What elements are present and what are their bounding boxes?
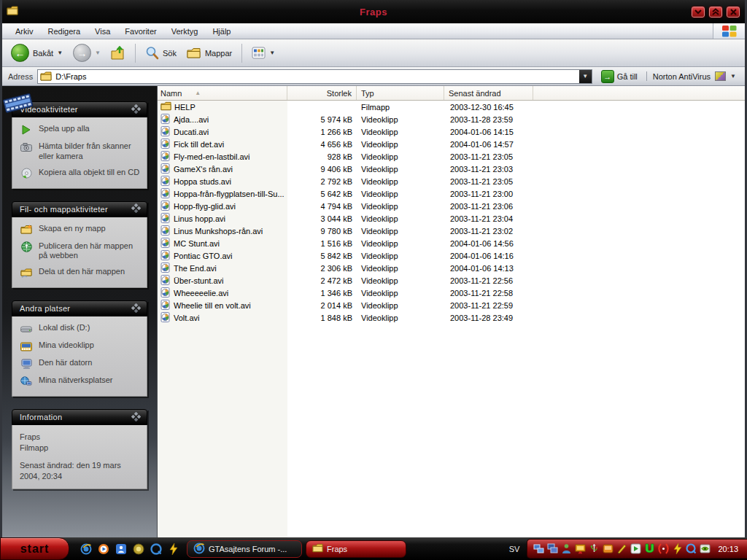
- search-button[interactable]: Sök: [141, 44, 181, 62]
- panel-header[interactable]: Information: [12, 409, 147, 425]
- quicklaunch-winamp-icon[interactable]: [167, 542, 179, 555]
- back-dropdown-icon[interactable]: ▼: [57, 50, 63, 56]
- tray-usb-device-icon[interactable]: [589, 543, 600, 554]
- table-row[interactable]: Volt.avi1 848 kBVideoklipp2003-11-28 23:…: [158, 311, 745, 324]
- file-modified-cell: 2003-11-21 23:06: [444, 202, 533, 211]
- maximize-button[interactable]: [708, 6, 723, 18]
- task-link[interactable]: Mina nätverksplatser: [20, 376, 141, 387]
- task-link[interactable]: Hämta bilder från skanner eller kamera: [20, 141, 141, 162]
- table-row[interactable]: Ajda....avi5 974 kBVideoklipp2003-11-28 …: [158, 113, 745, 125]
- language-indicator[interactable]: SV: [502, 545, 527, 553]
- close-button[interactable]: [726, 6, 740, 18]
- table-row[interactable]: Wheelie till en volt.avi2 014 kBVideokli…: [158, 299, 745, 311]
- panel-toggle-icon[interactable]: [131, 104, 141, 115]
- task-link[interactable]: Mina videoklipp: [20, 341, 141, 352]
- menu-item-redigera[interactable]: Redigera: [40, 26, 88, 37]
- go-button[interactable]: → Gå till: [597, 70, 642, 83]
- tray-display-settings-icon[interactable]: [575, 543, 586, 554]
- task-link[interactable]: Publicera den här mappen på webben: [20, 241, 141, 262]
- up-button[interactable]: [107, 44, 130, 63]
- tray-flash-icon[interactable]: [672, 543, 683, 554]
- tray-network-status-icon[interactable]: [533, 543, 544, 554]
- panel-title: Information: [20, 413, 62, 421]
- task-link[interactable]: Kopiera alla objekt till en CD: [20, 168, 141, 179]
- minimize-button[interactable]: [691, 6, 705, 18]
- table-row[interactable]: Fick till det.avi4 656 kBVideoklipp2004-…: [158, 138, 745, 150]
- panel-toggle-icon[interactable]: [131, 303, 141, 314]
- tray-dual-monitor-icon[interactable]: [547, 543, 558, 554]
- file-modified-cell: 2004-01-06 14:56: [444, 239, 533, 248]
- video-file-icon: [160, 312, 171, 324]
- table-row[interactable]: Pontiac GTO.avi5 842 kBVideoklipp2004-01…: [158, 249, 745, 262]
- menu-item-verktyg[interactable]: Verktyg: [164, 26, 206, 37]
- views-dropdown-icon[interactable]: ▼: [269, 50, 275, 56]
- table-row[interactable]: Fly-med-en-lastbil.avi928 kBVideoklipp20…: [158, 150, 745, 163]
- panel-header[interactable]: Andra platser: [12, 300, 147, 316]
- tray-nvidia-icon[interactable]: [700, 543, 711, 554]
- file-size-cell: 928 kB: [287, 152, 357, 161]
- tray-messenger-tray-icon[interactable]: [603, 543, 614, 554]
- table-row[interactable]: MC Stunt.avi1 516 kBVideoklipp2004-01-06…: [158, 237, 745, 249]
- column-header-size[interactable]: Storlek: [287, 86, 357, 100]
- table-row[interactable]: Über-stunt.avi2 472 kBVideoklipp2003-11-…: [158, 274, 745, 287]
- menu-item-visa[interactable]: Visa: [88, 26, 117, 37]
- panel-title: Andra platser: [20, 304, 70, 313]
- tray-player-tray-icon[interactable]: [630, 543, 641, 554]
- task-link[interactable]: Den här datorn: [20, 358, 141, 370]
- up-folder-icon: [111, 46, 125, 61]
- menu-item-arkiv[interactable]: Arkiv: [8, 26, 40, 37]
- panel-header[interactable]: Fil- och mappaktiviteter: [12, 201, 147, 217]
- video-file-icon: [160, 139, 171, 150]
- taskbar-task-active[interactable]: Fraps: [306, 540, 406, 558]
- address-label: Adress: [8, 72, 33, 81]
- views-button[interactable]: ▼: [247, 44, 279, 61]
- task-link[interactable]: Spela upp alla: [20, 124, 141, 136]
- table-row[interactable]: Wheeeeelie.avi1 346 kBVideoklipp2003-11-…: [158, 287, 745, 299]
- tray-winamp-tray-icon[interactable]: [658, 543, 669, 554]
- tray-user-status-icon[interactable]: [561, 543, 572, 554]
- address-dropdown-button[interactable]: ▼: [579, 70, 592, 83]
- taskbar-task-inactive[interactable]: GTAsajtens Forum -...: [187, 540, 302, 558]
- task-link[interactable]: Skapa en ny mapp: [20, 224, 141, 236]
- start-button[interactable]: start: [0, 537, 69, 560]
- forward-dropdown-icon[interactable]: ▼: [95, 50, 101, 56]
- quicklaunch-ie-icon[interactable]: [80, 542, 92, 555]
- forward-button[interactable]: → ▼: [69, 42, 105, 64]
- table-row[interactable]: Linus Munkshops-rån.avi9 780 kBVideoklip…: [158, 225, 745, 237]
- panel-body: Lokal disk (D:)Mina videoklippDen här da…: [12, 316, 147, 397]
- column-header-type[interactable]: Typ: [357, 86, 444, 100]
- column-header-modified[interactable]: Senast ändrad: [444, 86, 533, 100]
- table-row[interactable]: Hoppa studs.avi2 792 kBVideoklipp2003-11…: [158, 175, 745, 187]
- column-header-name[interactable]: Namn▲: [158, 86, 287, 100]
- quicklaunch-media-player-icon[interactable]: [97, 542, 109, 555]
- back-button[interactable]: ← Bakåt ▼: [7, 42, 67, 64]
- table-row[interactable]: Hopp-flyg-glid.avi4 794 kBVideoklipp2003…: [158, 200, 745, 212]
- norton-dropdown-icon[interactable]: ▼: [730, 73, 736, 79]
- table-row[interactable]: The End.avi2 306 kBVideoklipp2004-01-06 …: [158, 262, 745, 274]
- panel-toggle-icon[interactable]: [131, 203, 141, 214]
- norton-antivirus-button[interactable]: Norton AntiVirus ▼: [646, 71, 742, 81]
- file-size-cell: 5 974 kB: [287, 115, 357, 124]
- task-link[interactable]: Dela ut den här mappen: [20, 267, 141, 279]
- menu-item-favoriter[interactable]: Favoriter: [117, 26, 163, 37]
- file-modified-cell: 2003-11-21 23:05: [444, 152, 533, 161]
- table-row[interactable]: HELPFilmapp2003-12-30 16:45: [158, 101, 745, 113]
- menu-item-hjlp[interactable]: Hjälp: [205, 26, 238, 37]
- panel-toggle-icon[interactable]: [131, 412, 141, 423]
- table-row[interactable]: Ducati.avi1 266 kBVideoklipp2004-01-06 1…: [158, 125, 745, 138]
- table-row[interactable]: GameX's rån.avi9 406 kBVideoklipp2003-11…: [158, 163, 745, 175]
- quicklaunch-gold-app-icon[interactable]: [132, 542, 144, 555]
- folders-button[interactable]: Mappar: [182, 44, 236, 61]
- tray-pen-tablet-icon[interactable]: [616, 543, 627, 554]
- task-link-label: Den här datorn: [39, 358, 92, 368]
- table-row[interactable]: Hoppa-från-flygplatsen-till-Su...5 642 k…: [158, 187, 745, 200]
- camera-icon: [20, 141, 33, 153]
- tray-emule-icon[interactable]: [644, 543, 655, 554]
- address-input[interactable]: D:\Fraps ▼: [37, 69, 592, 84]
- tray-quicktime-tray-icon[interactable]: [686, 543, 697, 554]
- quicklaunch-messenger-icon[interactable]: [115, 542, 127, 555]
- task-link[interactable]: Lokal disk (D:): [20, 323, 141, 335]
- quicklaunch-quicktime-icon[interactable]: [150, 542, 162, 555]
- table-row[interactable]: Linus hopp.avi3 044 kBVideoklipp2003-11-…: [158, 212, 745, 225]
- file-modified-cell: 2003-12-30 16:45: [444, 103, 533, 112]
